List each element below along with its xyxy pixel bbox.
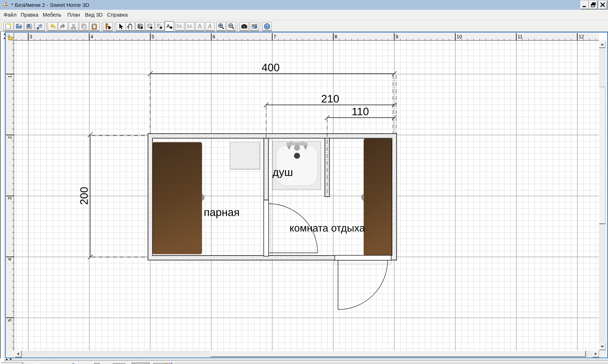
svg-text:A: A — [186, 25, 189, 29]
svg-text:?: ? — [266, 24, 269, 29]
svg-text:A: A — [189, 23, 192, 29]
svg-text:A: A — [179, 23, 182, 29]
svg-text:A: A — [198, 23, 202, 29]
svg-text:A: A — [207, 23, 211, 29]
svg-text:A: A — [166, 23, 170, 29]
